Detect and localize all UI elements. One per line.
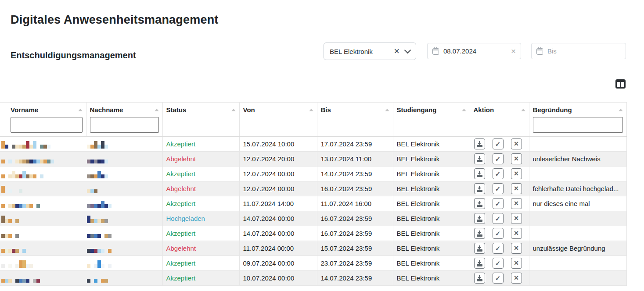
column-label: Begründung — [533, 106, 572, 114]
reject-button[interactable]: × — [511, 228, 522, 239]
von-cell: 11.07.2024 00:00 — [239, 241, 317, 256]
status-cell: Akzeptiert — [162, 167, 239, 181]
aktion-cell: ✓× — [470, 181, 529, 196]
bis-cell: 17.07.2024 23:59 — [317, 137, 393, 152]
column-header-aktion[interactable]: Aktion — [470, 103, 529, 137]
vorname-filter-input[interactable] — [11, 117, 83, 133]
sort-icon[interactable] — [462, 109, 466, 111]
status-cell: Abgelehnt — [162, 241, 239, 256]
reject-button[interactable]: × — [511, 213, 522, 224]
column-header-bis[interactable]: Bis — [317, 103, 393, 137]
column-header-nachname[interactable]: Nachname — [86, 103, 162, 137]
download-button[interactable] — [474, 183, 485, 194]
nachname-cell — [86, 256, 162, 271]
begruendung-cell: fehlerhafte Datei hochgelad... — [529, 181, 626, 196]
accept-button[interactable]: ✓ — [493, 138, 504, 149]
begruendung-cell — [529, 256, 626, 271]
download-button[interactable] — [474, 213, 485, 224]
course-select-value: BEL Elektronik — [330, 48, 394, 55]
accept-button[interactable]: ✓ — [493, 153, 504, 164]
download-button[interactable] — [474, 168, 485, 179]
reject-button[interactable]: × — [511, 168, 522, 179]
download-button[interactable] — [474, 273, 485, 284]
von-cell: 11.07.2024 14:00 — [239, 196, 317, 211]
studiengang-cell: BEL Elektronik — [393, 256, 470, 271]
clear-course-icon[interactable]: × — [394, 46, 399, 56]
download-button[interactable] — [474, 243, 485, 254]
von-cell: 12.07.2024 00:00 — [239, 167, 317, 181]
chevron-down-icon[interactable] — [404, 47, 411, 54]
download-button[interactable] — [474, 153, 485, 164]
check-icon: ✓ — [495, 275, 501, 281]
reject-button[interactable]: × — [511, 243, 522, 254]
download-button[interactable] — [474, 198, 485, 209]
column-header-vorname[interactable]: Vorname — [0, 103, 86, 137]
sort-icon[interactable] — [155, 109, 159, 111]
sort-icon[interactable] — [385, 109, 389, 111]
sort-icon[interactable] — [231, 109, 236, 111]
bis-cell: 13.07.2024 11:00 — [317, 152, 393, 167]
column-header-begruendung[interactable]: Begründung — [529, 103, 626, 137]
redacted-name-blocks — [87, 185, 159, 193]
reject-button[interactable]: × — [511, 258, 522, 269]
vorname-cell — [0, 256, 86, 271]
reject-button[interactable]: × — [511, 198, 522, 209]
date-from-input[interactable]: 08.07.2024 × — [427, 43, 521, 59]
reject-button[interactable]: × — [511, 273, 522, 284]
download-button[interactable] — [474, 138, 485, 149]
date-to-input[interactable]: Bis — [531, 43, 626, 59]
clear-date-from-icon[interactable]: × — [511, 47, 516, 55]
accept-button[interactable]: ✓ — [493, 213, 504, 224]
table-row: Akzeptiert09.07.2024 00:0023.07.2024 23:… — [0, 256, 626, 271]
sort-icon[interactable] — [619, 109, 623, 111]
aktion-cell: ✓× — [470, 226, 529, 241]
reject-button[interactable]: × — [511, 153, 522, 164]
aktion-cell: ✓× — [470, 196, 529, 211]
check-icon: ✓ — [495, 185, 501, 192]
redacted-name-blocks — [1, 140, 83, 149]
bis-cell: 11.07.2024 16:00 — [317, 196, 393, 211]
accept-button[interactable]: ✓ — [493, 183, 504, 194]
accept-button[interactable]: ✓ — [493, 228, 504, 239]
accept-button[interactable]: ✓ — [493, 198, 504, 209]
close-icon: × — [514, 170, 519, 177]
vorname-cell — [0, 211, 86, 226]
table-body: Akzeptiert15.07.2024 10:0017.07.2024 23:… — [0, 137, 626, 286]
sort-icon[interactable] — [78, 109, 83, 111]
calendar-icon — [432, 48, 439, 55]
sort-icon[interactable] — [521, 109, 525, 111]
reject-button[interactable]: × — [511, 138, 522, 149]
column-header-von[interactable]: Von — [239, 103, 317, 137]
vorname-cell — [0, 271, 86, 286]
redacted-name-blocks — [87, 244, 159, 253]
table-row: Abgelehnt12.07.2024 00:0016.07.2024 23:5… — [0, 181, 626, 196]
von-cell: 14.07.2024 00:00 — [239, 226, 317, 241]
begruendung-cell: unzulässige Begründung — [529, 241, 626, 256]
accept-button[interactable]: ✓ — [493, 258, 504, 269]
column-header-status[interactable]: Status — [162, 103, 239, 137]
check-icon: ✓ — [495, 156, 501, 162]
accept-button[interactable]: ✓ — [493, 168, 504, 179]
download-button[interactable] — [474, 228, 485, 239]
von-cell: 14.07.2024 00:00 — [239, 211, 317, 226]
redacted-name-blocks — [87, 199, 159, 208]
column-label: Studiengang — [397, 106, 437, 114]
nachname-cell — [86, 181, 162, 196]
download-button[interactable] — [474, 258, 485, 269]
course-select[interactable]: BEL Elektronik × — [324, 43, 416, 60]
table-row: Akzeptiert15.07.2024 10:0017.07.2024 23:… — [0, 137, 626, 152]
column-header-studiengang[interactable]: Studiengang — [393, 103, 470, 137]
begruendung-cell — [529, 137, 626, 152]
close-icon: × — [514, 185, 519, 192]
reject-button[interactable]: × — [511, 183, 522, 194]
redacted-name-blocks — [87, 229, 159, 238]
accept-button[interactable]: ✓ — [493, 273, 504, 284]
begruendung-filter-input[interactable] — [533, 117, 623, 133]
column-chooser-icon[interactable] — [615, 79, 626, 89]
begruendung-cell: nur dieses eine mal — [529, 196, 626, 211]
redacted-name-blocks — [1, 259, 83, 268]
sort-icon[interactable] — [309, 109, 313, 111]
accept-button[interactable]: ✓ — [493, 243, 504, 254]
nachname-filter-input[interactable] — [90, 117, 159, 133]
begruendung-cell — [529, 167, 626, 181]
